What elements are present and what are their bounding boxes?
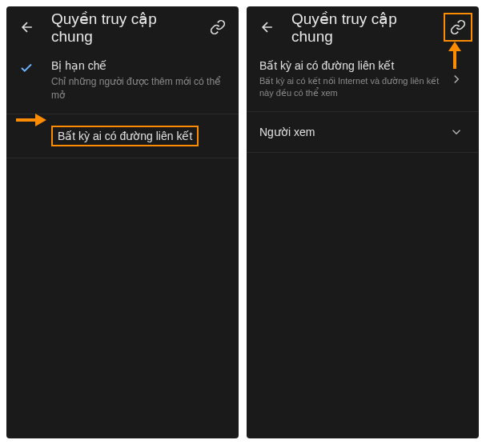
header: Quyền truy cập chung (247, 6, 479, 48)
chevron-down-icon (449, 125, 464, 139)
role-selector-row[interactable]: Người xem (247, 112, 479, 153)
chevron-right-icon (449, 72, 464, 86)
link-icon (210, 19, 226, 35)
access-option-anyone-link[interactable]: Bất kỳ ai có đường liên kết (6, 114, 239, 158)
phone-screen-right: Quyền truy cập chung Bất kỳ ai có đường … (247, 6, 479, 438)
access-option-restricted[interactable]: Bị hạn chế Chỉ những người được thêm mới… (6, 48, 239, 114)
copy-link-button[interactable] (444, 13, 472, 42)
arrow-left-icon (19, 19, 35, 35)
back-button[interactable] (13, 13, 42, 42)
option-subtitle: Chỉ những người được thêm mới có thể mở (51, 75, 226, 102)
header: Quyền truy cập chung (6, 6, 239, 48)
option-title: Bất kỳ ai có đường liên kết (58, 130, 192, 142)
check-icon (19, 61, 34, 75)
back-button[interactable] (253, 13, 282, 42)
highlight-annotation: Bất kỳ ai có đường liên kết (51, 126, 199, 146)
phone-screen-left: Quyền truy cập chung Bị hạn chế Chỉ nhữn… (6, 6, 239, 438)
page-title: Quyền truy cập chung (51, 10, 194, 46)
link-icon (450, 19, 466, 35)
row-title: Người xem (259, 126, 447, 138)
copy-link-button[interactable] (203, 13, 232, 42)
row-title: Bất kỳ ai có đường liên kết (259, 59, 447, 72)
access-summary-row[interactable]: Bất kỳ ai có đường liên kết Bất kỳ ai có… (247, 48, 479, 112)
row-subtitle: Bất kỳ ai có kết nối Internet và đường l… (259, 75, 447, 100)
arrow-left-icon (259, 19, 275, 35)
page-title: Quyền truy cập chung (291, 10, 434, 46)
option-title: Bị hạn chế (51, 59, 226, 72)
